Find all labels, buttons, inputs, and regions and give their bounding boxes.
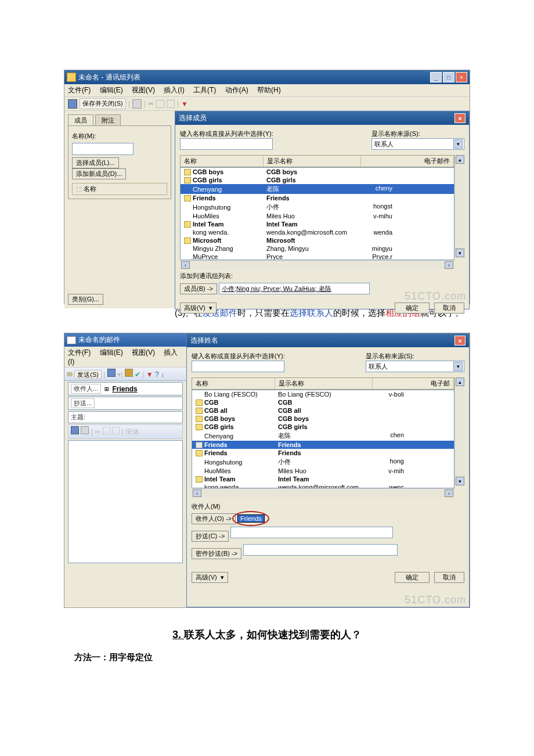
menu-file[interactable]: 文件(F) (68, 348, 91, 357)
list-item[interactable]: Chenyang老陈cheny (181, 184, 454, 194)
watermark: 51CTO.com (405, 594, 466, 606)
flag-icon[interactable]: ▼ (146, 370, 153, 379)
list-item[interactable]: Hongshutong小佟hongst (181, 202, 454, 212)
source-combo[interactable]: 联系人 ▾ (371, 138, 464, 150)
source-combo[interactable]: 联系人 ▾ (366, 361, 464, 372)
paste-icon[interactable] (112, 427, 120, 434)
select-members-button[interactable]: 选择成员(L)... (72, 157, 119, 168)
hdr-display[interactable]: 显示名称 (275, 378, 373, 389)
flag-icon[interactable]: ▼ (181, 100, 188, 108)
print-icon[interactable] (132, 99, 142, 109)
group-icon (196, 399, 203, 406)
list-item[interactable]: FriendsFriends (192, 441, 454, 449)
list-item[interactable]: HuoMilesMiles Huov-mih (192, 467, 454, 475)
bcc-field[interactable] (243, 544, 398, 556)
subject-field[interactable]: 主题: (68, 411, 183, 423)
cut-icon[interactable]: ✂ (95, 428, 100, 436)
message-body[interactable] (68, 440, 183, 563)
cc-arrow-button[interactable]: 抄送(C) -> (192, 531, 229, 542)
paste-icon[interactable] (167, 100, 175, 108)
menu-help[interactable]: 帮助(H) (257, 86, 281, 94)
book-icon[interactable] (125, 369, 133, 377)
v-scrollbar[interactable]: ▴▾ (454, 155, 464, 257)
list-item[interactable]: kong wenda.wenda.kong@microsoft.comwenc (192, 483, 454, 488)
tab-notes[interactable]: 附注 (95, 114, 121, 125)
hdr-display[interactable]: 显示名称 (264, 156, 361, 167)
add-new-member-button[interactable]: 添加新成员(D)... (72, 168, 126, 179)
send-button[interactable]: 发送(S) (74, 370, 102, 379)
dialog-close-button[interactable]: × (454, 336, 466, 345)
menu-file[interactable]: 文件(F) (68, 86, 91, 94)
list-item[interactable]: Intel TeamIntel Team (181, 220, 454, 228)
v-scrollbar[interactable]: ▴▾ (454, 377, 464, 485)
search-input[interactable] (192, 361, 284, 372)
search-input[interactable] (180, 138, 273, 150)
list-item[interactable]: MuPrycePrycePryce.r (181, 253, 454, 260)
cc-field[interactable]: 抄送... (68, 397, 183, 410)
list-item[interactable]: CGB girlsCGB girls (192, 423, 454, 431)
h-scrollbar[interactable]: ‹› (180, 260, 454, 269)
to-arrow-button[interactable]: 收件人(O) -> (192, 513, 236, 524)
name-input[interactable] (72, 143, 134, 155)
advanced-button[interactable]: 高级(V) ▾ (192, 572, 228, 583)
categories-button[interactable]: 类别(G)... (68, 294, 103, 305)
expand-icon[interactable]: ⊞ (104, 385, 109, 393)
cancel-button[interactable]: 取消 (434, 572, 464, 583)
ok-button[interactable]: 确定 (395, 303, 430, 314)
advanced-button[interactable]: 高级(V) ▾ (180, 303, 217, 314)
menu-tools[interactable]: 工具(T) (193, 86, 216, 94)
hdr-name[interactable]: 名称 (192, 378, 275, 389)
list-item[interactable]: CGB boysCGB boys (192, 415, 454, 423)
members-field[interactable]: 小佟;Ning niu; Pryce; Wu ZaiHua; 老陈 (219, 283, 370, 294)
menu-view[interactable]: 视图(V) (132, 86, 155, 94)
list-item[interactable]: CGB girlsCGB girls (181, 176, 454, 184)
list-item[interactable]: CGB boysCGB boys (181, 168, 454, 176)
list-item[interactable]: Hongshutong小佟hong (192, 457, 454, 467)
dialog-close-button[interactable]: × (454, 113, 466, 123)
members-arrow-button[interactable]: 成员(B) -> (180, 283, 217, 294)
cc-button[interactable]: 抄送... (71, 398, 95, 408)
list-item[interactable]: FriendsFriends (192, 449, 454, 457)
copy-icon[interactable] (103, 427, 110, 434)
h-scrollbar[interactable]: ‹› (192, 488, 454, 498)
to-field[interactable]: 收件人... ⊞ Friends (68, 382, 183, 395)
list-item[interactable]: Intel TeamIntel Team (192, 475, 454, 483)
screenshot-compose-select: 未命名的邮件 文件(F) 编辑(E) 视图(V) 插入(I) ✉ 发送(S) |… (64, 333, 470, 608)
list-item[interactable]: MicrosoftMicrosoft (181, 236, 454, 244)
list-item[interactable]: FriendsFriends (181, 194, 454, 202)
tab-members[interactable]: 成员 (68, 114, 93, 125)
ok-button[interactable]: 确定 (395, 572, 430, 583)
list-item[interactable]: HuoMilesMiles Huov-mihu (181, 212, 454, 220)
save-icon[interactable] (71, 426, 79, 434)
list-item[interactable]: Mingyu ZhangZhang, Mingyumingyu (181, 244, 454, 253)
minimize-button[interactable]: _ (430, 72, 442, 82)
check-icon[interactable]: ✔ (135, 370, 140, 379)
list-item[interactable]: Bo Liang (FESCO)Bo Liang (FESCO)v-boli (192, 390, 454, 398)
to-button[interactable]: 收件人... (71, 384, 101, 394)
menu-edit[interactable]: 编辑(E) (100, 86, 123, 94)
maximize-button[interactable]: □ (443, 72, 454, 82)
bcc-arrow-button[interactable]: 密件抄送(B) -> (192, 548, 241, 559)
contact-list[interactable]: CGB boysCGB boysCGB girlsCGB girlsChenya… (180, 167, 454, 260)
save-close-button[interactable]: 保存并关闭(S) (80, 98, 126, 109)
menu-insert[interactable]: 插入(I) (164, 86, 184, 94)
list-item[interactable]: Chenyang老陈chen (192, 431, 454, 441)
hdr-email[interactable]: 电子邮件 (361, 156, 454, 167)
cancel-button[interactable]: 取消 (434, 303, 464, 314)
mail-icon (67, 336, 76, 344)
list-item[interactable]: CGB allCGB all (192, 406, 454, 415)
hdr-email[interactable]: 电子邮 (373, 378, 454, 389)
print-icon[interactable] (81, 426, 89, 434)
list-item[interactable]: kong wenda.wenda.kong@microsoft.comwenda (181, 228, 454, 236)
cut-icon[interactable]: ✂ (148, 100, 154, 108)
menu-edit[interactable]: 编辑(E) (100, 348, 123, 357)
hdr-name[interactable]: 名称 (181, 156, 264, 167)
close-button[interactable]: × (456, 72, 467, 82)
cc-field[interactable] (230, 527, 393, 538)
list-item[interactable]: CGBCGB (192, 398, 454, 406)
contact-list[interactable]: Bo Liang (FESCO)Bo Liang (FESCO)v-boliCG… (192, 390, 454, 488)
copy-icon[interactable] (156, 100, 164, 108)
menu-view[interactable]: 视图(V) (132, 348, 155, 357)
menu-actions[interactable]: 动作(A) (225, 86, 248, 94)
save-icon[interactable] (107, 369, 116, 377)
